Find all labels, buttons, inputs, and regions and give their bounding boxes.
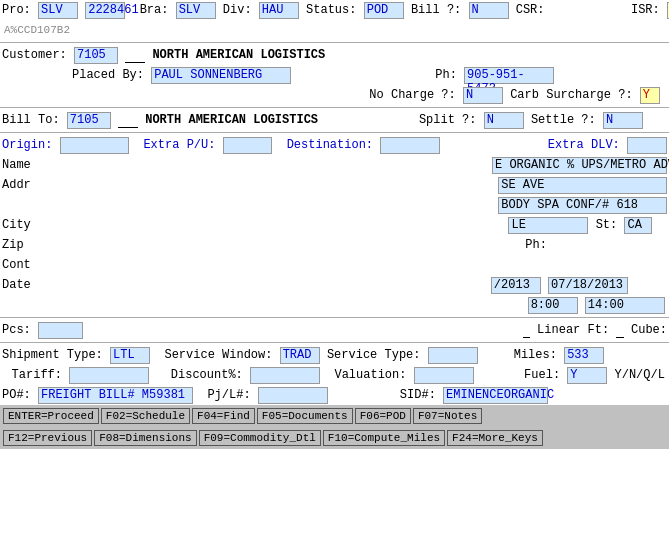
- carb-field[interactable]: Y: [640, 87, 660, 104]
- bill-field[interactable]: N: [469, 2, 509, 19]
- div-label: Div:: [223, 3, 252, 17]
- dest-city-field[interactable]: LE: [508, 217, 588, 234]
- bill-label: Bill ?:: [411, 3, 461, 17]
- enter-proceed-button[interactable]: ENTER=Proceed: [3, 408, 99, 424]
- f08-dimensions-button[interactable]: F08=Dimensions: [94, 430, 196, 446]
- date2-field[interactable]: 07/18/2013: [548, 277, 628, 294]
- date-row: Date /2013 07/18/2013: [0, 275, 669, 295]
- miles-field[interactable]: 533: [564, 347, 604, 364]
- service-window-field[interactable]: TRAD: [280, 347, 320, 364]
- cont-label: Cont: [2, 258, 38, 272]
- shipment-type-row: Shipment Type: LTL Service Window: TRAD …: [0, 345, 669, 365]
- time2-field[interactable]: 14:00: [585, 297, 665, 314]
- pcs-field[interactable]: [38, 322, 83, 339]
- hex-row: A%CCD107B2: [0, 20, 669, 40]
- csr-label: CSR:: [516, 3, 545, 17]
- hex-value: A%CCD107B2: [4, 24, 70, 36]
- service-window-label: Service Window:: [164, 348, 272, 362]
- origin-field[interactable]: [60, 137, 129, 154]
- origin-name-field: [43, 158, 269, 172]
- ynql-label: Y/N/Q/L: [615, 368, 665, 382]
- bra-field[interactable]: SLV: [176, 2, 216, 19]
- addr-row: Addr SE AVE: [0, 175, 669, 195]
- settle-field[interactable]: N: [603, 112, 643, 129]
- header-row: Pro: SLV 2228461 Bra: SLV Div: HAU Statu…: [0, 0, 669, 20]
- extra-dlv-field[interactable]: [627, 137, 667, 154]
- fuel-label: Fuel:: [524, 368, 560, 382]
- billto-label: Bill To:: [2, 113, 60, 127]
- valuation-field[interactable]: [414, 367, 474, 384]
- tariff-field[interactable]: [69, 367, 149, 384]
- name-label: Name: [2, 158, 36, 172]
- ph-label: Ph:: [435, 68, 457, 82]
- customer-label: Customer:: [2, 48, 67, 62]
- no-charge-field[interactable]: N: [463, 87, 503, 104]
- f04-find-button[interactable]: F04=Find: [192, 408, 255, 424]
- charge-row: No Charge ?: N Carb Surcharge ?: Y: [0, 85, 669, 105]
- customer-name: NORTH AMERICAN LOGISTICS: [152, 48, 325, 62]
- main-screen: Pro: SLV 2228461 Bra: SLV Div: HAU Statu…: [0, 0, 669, 449]
- dest-st-field[interactable]: CA: [624, 217, 652, 234]
- status-field[interactable]: POD: [364, 2, 404, 19]
- discount-field[interactable]: [250, 367, 320, 384]
- f12-previous-button[interactable]: F12=Previous: [3, 430, 92, 446]
- f02-schedule-button[interactable]: F02=Schedule: [101, 408, 190, 424]
- customer-id-field[interactable]: 7105: [74, 47, 118, 64]
- billto-name: NORTH AMERICAN LOGISTICS: [145, 113, 318, 127]
- pro-number-field[interactable]: 2228461: [85, 2, 125, 19]
- st-label: St:: [596, 218, 618, 232]
- sid-field[interactable]: EMINENCEORGANIC: [443, 387, 548, 404]
- buttons-row1: ENTER=Proceed F02=Schedule F04=Find F05=…: [0, 405, 669, 427]
- f10-compute-button[interactable]: F10=Compute_Miles: [323, 430, 445, 446]
- tariff-row: Tariff: Discount%: Valuation: Fuel: Y Y/…: [0, 365, 669, 385]
- f06-pod-button[interactable]: F06=POD: [355, 408, 411, 424]
- shipment-type-label: Shipment Type:: [2, 348, 103, 362]
- po-field[interactable]: FREIGHT BILL# M59381: [38, 387, 193, 404]
- zip-row: Zip Ph:: [0, 235, 669, 255]
- divider2: [0, 107, 669, 108]
- f24-more-keys-button[interactable]: F24=More_Keys: [447, 430, 543, 446]
- city-label: City: [2, 218, 38, 232]
- origin-label: Origin:: [2, 138, 52, 152]
- cont-row: Cont: [0, 255, 669, 275]
- fuel-field[interactable]: Y: [567, 367, 607, 384]
- zip-ph-label: Ph:: [525, 238, 547, 252]
- isr-label: ISR:: [631, 3, 660, 17]
- f05-documents-button[interactable]: F05=Documents: [257, 408, 353, 424]
- pjl-field[interactable]: [258, 387, 328, 404]
- ph-field[interactable]: 905-951-5473: [464, 67, 554, 84]
- billto-id-field[interactable]: 7105: [67, 112, 111, 129]
- divider3: [0, 132, 669, 133]
- f09-commodity-button[interactable]: F09=Commodity_Dtl: [199, 430, 321, 446]
- pcs-row: Pcs: Linear Ft: Cube:: [0, 320, 669, 340]
- buttons-row2: F12=Previous F08=Dimensions F09=Commodit…: [0, 427, 669, 449]
- pro-label: Pro:: [2, 3, 31, 17]
- origin-row: Origin: Extra P/U: Destination: Extra DL…: [0, 135, 669, 155]
- linear-label: Linear Ft:: [537, 323, 609, 337]
- extra-dlv-label: Extra DLV:: [548, 138, 620, 152]
- billto-line: [118, 113, 138, 128]
- time1-field[interactable]: 8:00: [528, 297, 578, 314]
- divider5: [0, 342, 669, 343]
- date1-field[interactable]: /2013: [491, 277, 541, 294]
- destination-field[interactable]: [380, 137, 439, 154]
- extra-pu-field[interactable]: [223, 137, 273, 154]
- bra-label: Bra:: [140, 3, 169, 17]
- cube-label: Cube:: [631, 323, 667, 337]
- dest-addr-field[interactable]: SE AVE: [498, 177, 667, 194]
- service-type-field[interactable]: [428, 347, 478, 364]
- pro-type-field[interactable]: SLV: [38, 2, 78, 19]
- f07-notes-button[interactable]: F07=Notes: [413, 408, 482, 424]
- div-field[interactable]: HAU: [259, 2, 299, 19]
- carb-label: Carb Surcharge ?:: [510, 88, 632, 102]
- placed-by-field[interactable]: PAUL SONNENBERG: [151, 67, 291, 84]
- split-field[interactable]: N: [484, 112, 524, 129]
- dest-name-field[interactable]: E ORGANIC % UPS/METRO ADV: [492, 157, 667, 174]
- addr-label: Addr: [2, 178, 37, 192]
- miles-label: Miles:: [514, 348, 557, 362]
- zip-label: Zip: [2, 238, 38, 252]
- no-charge-label: No Charge ?:: [369, 88, 455, 102]
- city-row: City LE St: CA: [0, 215, 669, 235]
- dest-addr2-field[interactable]: BODY SPA CONF/# 618: [498, 197, 667, 214]
- shipment-type-field[interactable]: LTL: [110, 347, 150, 364]
